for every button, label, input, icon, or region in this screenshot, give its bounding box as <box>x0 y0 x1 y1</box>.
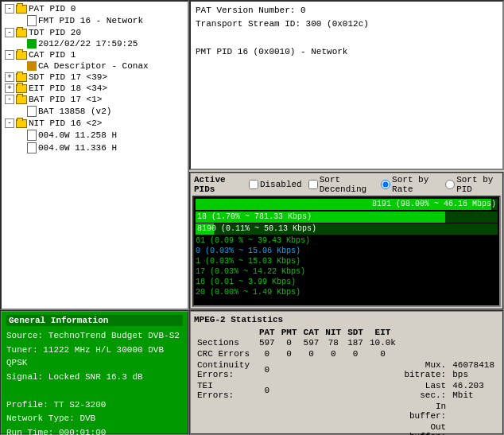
expand-icon-sdt[interactable]: + <box>5 72 14 82</box>
active-pids-title: Active PIDs <box>194 175 239 194</box>
info-box: PAT Version Number: 0Transport Stream ID… <box>189 0 504 170</box>
folder-icon-tdt <box>16 29 27 37</box>
stats-outbuf-label: Out buffer: <box>399 421 449 435</box>
main-container: -PAT PID 0FMT PID 16 - Network-TDT PID 2… <box>0 0 504 435</box>
stats-val-sdt-1: 0 <box>344 348 366 359</box>
tree-label-cat: CAT PID 1 <box>29 50 76 60</box>
general-info-title: General Information <box>6 315 183 326</box>
stats-th-eit: EIT <box>366 328 399 337</box>
tree-item-ca-desc[interactable]: CA Descriptor - Conax <box>3 60 186 72</box>
tree-item-fmt[interactable]: FMT PID 16 - Network <box>3 14 186 27</box>
tree-label-fmt: FMT PID 16 - Network <box>38 16 143 25</box>
info-line: PAT Version Number: 0 <box>196 5 498 17</box>
folder-icon-eit <box>16 84 27 93</box>
tree-item-nit-2[interactable]: 004.0W 11.336 H <box>3 142 186 154</box>
sort-by-pid-radio-label[interactable]: Sort by PID <box>445 175 499 194</box>
tree-item-nit[interactable]: -NIT PID 16 <2> <box>3 118 186 129</box>
expand-icon-tdt[interactable]: - <box>5 28 14 37</box>
stats-mux-label: Mux. bitrate: <box>399 359 449 380</box>
stats-row-tei: TEI Errors: 0 Last sec.: 46.203 Mbit <box>194 380 499 401</box>
sort-by-rate-label: Sort by Rate <box>392 175 439 194</box>
stats-lastsec-label: Last sec.: <box>399 380 449 401</box>
tree-label-nit-1: 004.0W 11.258 H <box>38 130 117 140</box>
pid-line: 16 (0.01 ~ 3.99 Kbps) <box>196 277 498 287</box>
gi-network-type: Network Type: DVB <box>6 412 183 425</box>
tree-label-sdt: SDT PID 17 <39> <box>29 72 107 82</box>
folder-icon-sdt <box>16 73 27 82</box>
tree-item-sdt[interactable]: +SDT PID 17 <39> <box>3 72 186 83</box>
doc-icon-fmt <box>27 15 37 26</box>
tree-item-eit[interactable]: +EIT PID 18 <34> <box>3 83 186 94</box>
gi-run-time: Run Time: 000:01:00 <box>6 426 183 436</box>
stats-th-right-val <box>449 328 499 337</box>
expand-icon-nit[interactable]: - <box>5 118 14 128</box>
mpeg2-title: MPEG-2 Statistics <box>194 315 499 324</box>
tree-label-ca-desc: CA Descriptor - Conax <box>38 61 149 71</box>
stats-th-right <box>399 328 449 337</box>
stats-val-sdt-0: 187 <box>344 337 366 348</box>
pid-line: 61 (0.09 % ~ 39.43 Kbps) <box>196 235 498 246</box>
disabled-checkbox[interactable] <box>249 180 258 189</box>
info-line: PMT PID 16 (0x0010) - Network <box>196 46 498 58</box>
tree-item-pat[interactable]: -PAT PID 0 <box>3 3 186 14</box>
doc-icon-nit-1 <box>27 130 37 141</box>
gi-signal: Signal: Locked SNR 16.3 dB <box>6 371 183 384</box>
info-line <box>196 33 498 45</box>
stats-th-label <box>194 328 256 337</box>
tree-item-bat[interactable]: -BAT PID 17 <1> <box>3 94 186 105</box>
pid-bar-text: 18 (1.70% ~ 781.33 Kbps) <box>197 212 312 223</box>
sort-by-pid-label: Sort by PID <box>456 175 499 194</box>
pids-progress-text: 8191 (98.00% ~ 46.16 Mbps) <box>372 199 496 210</box>
stats-val-pmt-1: 0 <box>278 348 300 359</box>
sort-descending-checkbox-label[interactable]: Sort Decending <box>308 175 374 194</box>
stats-row-sections: Sections 597 0 597 78 187 10.0k <box>194 337 499 348</box>
tree-item-bat-entry[interactable]: BAT 13858 (v2) <box>3 105 186 118</box>
tree-item-tdt[interactable]: -TDT PID 20 <box>3 27 186 38</box>
stats-row-continuity: Continuity Errors: 0 Mux. bitrate: 46078… <box>194 359 499 380</box>
pid-line: 0 (0.03% ~ 15.06 Kbps) <box>196 246 498 256</box>
expand-icon-cat[interactable]: - <box>5 50 14 60</box>
stats-label-crc: CRC Errors <box>194 348 256 359</box>
tree-label-tdt: TDT PID 20 <box>29 28 81 37</box>
folder-icon-pat <box>16 5 27 14</box>
pids-list: 8191 (98.00% ~ 46.16 Mbps) 18 (1.70% ~ 7… <box>192 196 501 307</box>
expand-icon-bat[interactable]: - <box>5 95 14 104</box>
tree-panel[interactable]: -PAT PID 0FMT PID 16 - Network-TDT PID 2… <box>0 0 189 310</box>
tree-item-tdt-date[interactable]: 2012/02/22 17:59:25 <box>3 38 186 49</box>
info-line: Transport Stream ID: 300 (0x012c) <box>196 18 498 30</box>
stats-label-continuity: Continuity Errors: <box>194 359 256 380</box>
stats-val-nit-0: 78 <box>322 337 344 348</box>
sort-by-rate-radio-label[interactable]: Sort by Rate <box>381 175 439 194</box>
stats-tbody: Sections 597 0 597 78 187 10.0k CRC Erro… <box>194 337 499 435</box>
disabled-checkbox-label[interactable]: Disabled <box>249 180 302 189</box>
folder-icon-cat <box>16 51 27 60</box>
stats-th-nit: NIT <box>322 328 344 337</box>
stats-table: PAT PMT CAT NIT SDT EIT Sections 597 0 5… <box>194 328 499 435</box>
gi-blank <box>6 384 183 398</box>
stats-row-inbuffer: In buffer: <box>194 401 499 421</box>
sort-descending-label: Sort Decending <box>320 175 374 194</box>
tree-label-bat: BAT PID 17 <1> <box>29 95 102 104</box>
sort-by-rate-radio[interactable] <box>381 180 390 189</box>
active-pids-header: Active PIDs Disabled Sort Decending Sort… <box>191 173 502 196</box>
stats-val-pat-0: 597 <box>256 337 278 348</box>
sort-by-pid-radio[interactable] <box>445 180 455 189</box>
stats-val-nit-1: 0 <box>322 348 344 359</box>
expand-icon-pat[interactable]: - <box>5 4 14 14</box>
tree-label-eit: EIT PID 18 <34> <box>29 84 107 93</box>
stats-val-eit-0: 10.0k <box>366 337 399 348</box>
doc-icon-nit-2 <box>27 142 37 153</box>
pids-progress-bar: 8191 (98.00% ~ 46.16 Mbps) <box>196 199 498 210</box>
sort-descending-checkbox[interactable] <box>308 180 318 189</box>
folder-icon-nit <box>16 119 27 128</box>
tree-item-cat[interactable]: -CAT PID 1 <box>3 49 186 60</box>
right-panel: PAT Version Number: 0Transport Stream ID… <box>189 0 504 310</box>
expand-icon-eit[interactable]: + <box>5 84 14 93</box>
tree-item-nit-1[interactable]: 004.0W 11.258 H <box>3 129 186 142</box>
pid-line: 1 (0.03% ~ 15.03 Kbps) <box>196 256 498 266</box>
pid-bar: 18 (1.70% ~ 781.33 Kbps) <box>196 212 498 223</box>
gi-tuner: Tuner: 11222 MHz H/L 30000 DVB QPSK <box>6 344 183 370</box>
general-info-panel: General Information Source: TechnoTrend … <box>0 310 189 435</box>
gi-profile: Profile: TT S2-3200 <box>6 398 183 412</box>
stats-val-pat-2: 0 <box>256 359 278 380</box>
